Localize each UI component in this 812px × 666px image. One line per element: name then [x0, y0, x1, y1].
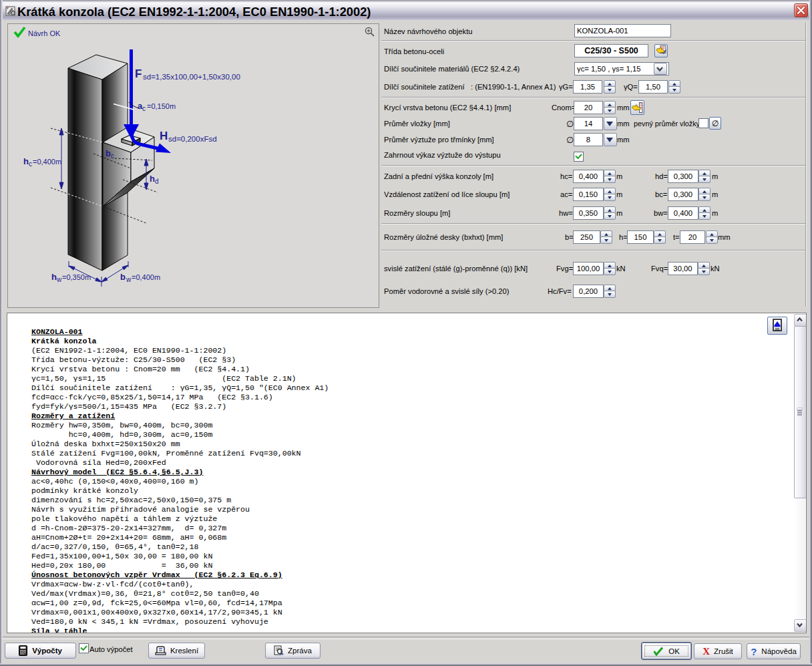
svg-text:=0,400m: =0,400m [132, 273, 160, 281]
svg-text:h: h [23, 156, 29, 166]
svg-text:b: b [120, 272, 126, 282]
svg-text:sd=1,35x100,00+1,50x30,00: sd=1,35x100,00+1,50x30,00 [143, 73, 240, 81]
svg-text:h: h [51, 272, 57, 282]
svg-text:h: h [150, 174, 155, 184]
svg-text:b: b [106, 148, 111, 158]
svg-text:c: c [142, 105, 146, 112]
svg-text:=0,150m: =0,150m [147, 102, 176, 110]
svg-text:H: H [160, 130, 168, 142]
svg-text:w: w [56, 276, 62, 283]
svg-text:sd=0,200xFsd: sd=0,200xFsd [168, 135, 217, 143]
svg-text:Návrh OK: Návrh OK [28, 29, 61, 37]
svg-text:=0,350m: =0,350m [62, 273, 91, 281]
svg-text:w: w [126, 276, 132, 283]
svg-text:F: F [135, 67, 142, 80]
svg-text:d: d [155, 178, 159, 185]
svg-text:c: c [111, 152, 114, 160]
svg-text:=0,400m: =0,400m [33, 158, 61, 166]
svg-text:c: c [29, 160, 32, 168]
